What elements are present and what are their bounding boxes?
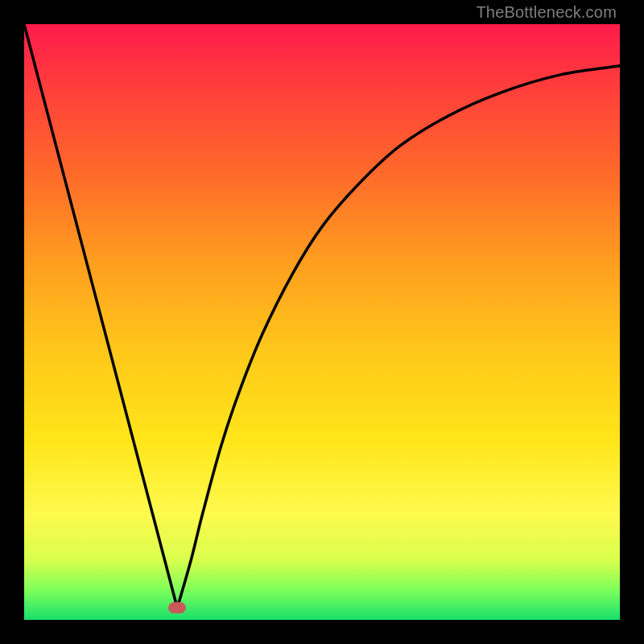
curve-left-segment: [24, 24, 177, 608]
curve-right-segment: [177, 66, 620, 608]
watermark-text: TheBottleneck.com: [476, 3, 617, 22]
bottleneck-curve: [24, 24, 620, 620]
minimum-marker: [168, 602, 186, 613]
chart-plot-area: [24, 24, 620, 620]
